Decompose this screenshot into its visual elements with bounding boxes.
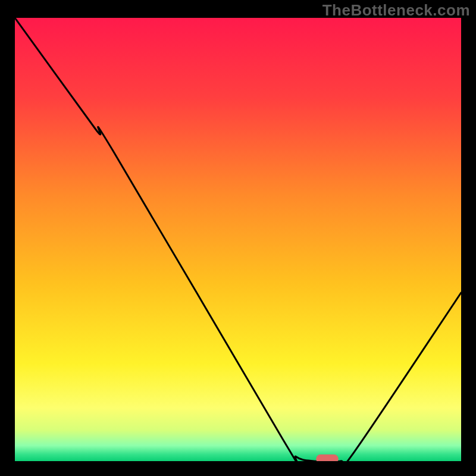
bottleneck-chart bbox=[15, 18, 461, 461]
chart-svg bbox=[15, 18, 461, 461]
optimal-marker bbox=[316, 455, 339, 461]
watermark-text: TheBottleneck.com bbox=[322, 1, 470, 20]
